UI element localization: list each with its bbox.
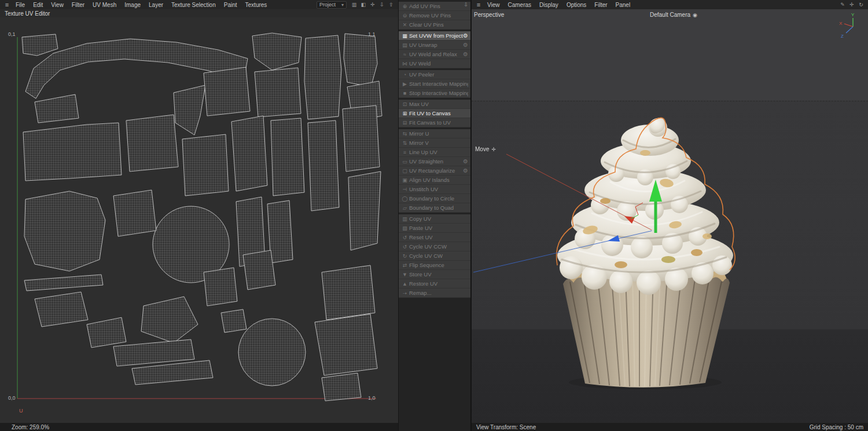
uv-tool-label: Mirror V: [409, 140, 468, 146]
uv-tool-start-interactive-mapping[interactable]: ▶Start Interactive Mapping: [399, 79, 470, 89]
pan-icon[interactable]: ✛: [369, 1, 377, 9]
uv-tool-align-uv-islands[interactable]: ▣Align UV Islands: [399, 176, 470, 185]
import-icon[interactable]: ⇩: [378, 1, 386, 9]
uv-tool-fit-uv-to-canvas[interactable]: ⊞Fit UV to Canvas: [399, 109, 470, 118]
brush-icon[interactable]: ✎: [838, 1, 847, 9]
menu-item-texture-selection[interactable]: Texture Selection: [167, 2, 220, 8]
uv-tool-label: UV Rectangularize: [409, 167, 463, 174]
gizmo-center[interactable]: [652, 229, 654, 232]
menu-item-textures[interactable]: Textures: [241, 2, 271, 8]
viewport-section: ≡ ViewCamerasDisplayOptionsFilterPanel ✎…: [472, 0, 868, 431]
uv-canvas[interactable]: 0,1 1,1 0,0 1,0 U: [0, 17, 398, 423]
gizmo-y-shaft[interactable]: [654, 200, 657, 233]
hamburger-icon[interactable]: ≡: [2, 1, 12, 8]
uv-tool-mirror-v[interactable]: ⇅Mirror V: [399, 138, 470, 148]
frosting: [557, 118, 733, 295]
uv-tool-uv-weld-and-relax[interactable]: ≈UV Weld and Relax⚙: [399, 50, 470, 59]
uv-tool-stop-interactive-mapping[interactable]: ■Stop Interactive Mapping: [399, 89, 470, 98]
menu-item-view[interactable]: View: [47, 2, 68, 8]
uv-tool-unstitch-uv[interactable]: ⊣Unstitch UV: [399, 185, 470, 194]
camera-label[interactable]: Default Camera ◉: [650, 12, 697, 18]
viewport-menu-item-view[interactable]: View: [483, 2, 504, 8]
panel-menu-icon[interactable]: ⇩: [464, 2, 468, 8]
uv-tool-remap[interactable]: ⇢Remap...: [399, 288, 470, 298]
uv-tool-uv-peeler[interactable]: ◔UV Peeler: [399, 70, 470, 79]
projection-label[interactable]: Perspective: [474, 12, 504, 18]
menu-item-filter[interactable]: Filter: [68, 2, 89, 8]
orbit-icon[interactable]: ↻: [857, 1, 865, 9]
uv-tool-max-uv[interactable]: ⊡Max UV: [399, 100, 470, 109]
uv-tool-cycle-uv-cw[interactable]: ↻Cycle UV CW: [399, 251, 470, 261]
uv-corner-bottom-left: 0,0: [8, 395, 16, 401]
viewport-pan-icon[interactable]: ✛: [848, 1, 856, 9]
menu-item-layer[interactable]: Layer: [145, 2, 167, 8]
uv-tool-uv-rectangularize[interactable]: ▢UV Rectangularize⚙: [399, 166, 470, 176]
viewport-menu-item-panel[interactable]: Panel: [612, 2, 635, 8]
uv-tool-flip-sequence[interactable]: ⇄Flip Sequence: [399, 261, 470, 270]
viewport-menu-item-display[interactable]: Display: [535, 2, 562, 8]
uv-tool-uv-weld[interactable]: ⋈UV Weld: [399, 59, 470, 68]
align-islands-icon: ▣: [400, 177, 409, 183]
uv-tool-restore-uv[interactable]: ▲Restore UV: [399, 279, 470, 288]
uv-tool-copy-uv[interactable]: ▥Copy UV: [399, 214, 470, 224]
uv-tool-store-uv[interactable]: ▼Store UV: [399, 270, 470, 279]
gear-icon[interactable]: ⚙: [463, 51, 468, 57]
uv-tool-cycle-uv-ccw[interactable]: ↺Cycle UV CCW: [399, 242, 470, 251]
menu-item-file[interactable]: File: [12, 2, 29, 8]
uv-islands[interactable]: [22, 33, 382, 401]
uv-tool-clear-uv-pins[interactable]: ✕Clear UV Pins: [399, 20, 470, 30]
uv-tool-label: Start Interactive Mapping: [409, 81, 468, 87]
menu-item-paint[interactable]: Paint: [220, 2, 241, 8]
store-icon: ▼: [400, 272, 409, 277]
uv-tool-line-up-uv[interactable]: ≡Line Up UV: [399, 148, 470, 157]
left-statusbar: Zoom: 259.0%: [0, 423, 398, 431]
viewport-menu-item-cameras[interactable]: Cameras: [504, 2, 536, 8]
uv-tool-remove-uv-pins[interactable]: ⊖Remove UV Pins: [399, 11, 470, 20]
pin-clear-icon: ✕: [400, 22, 409, 28]
viewport-hamburger-icon[interactable]: ≡: [474, 1, 483, 8]
grid-spacing-status: Grid Spacing : 50 cm: [810, 424, 863, 430]
uv-tool-label: Fit UV to Canvas: [409, 110, 468, 116]
panel-title-label: Texture UV Editor: [5, 10, 50, 17]
viewport-menubar-items: ViewCamerasDisplayOptionsFilterPanel: [483, 2, 634, 8]
paint-bucket-icon[interactable]: ◧: [359, 1, 367, 9]
histogram-icon[interactable]: ▥: [350, 1, 358, 9]
move-tool-label: Move ✛: [475, 146, 496, 152]
uv-tool-label: Align UV Islands: [409, 177, 468, 183]
uv-corner-top-right: 1,1: [368, 31, 376, 37]
axis-x-label: X: [839, 21, 843, 26]
uv-toolbar-group-1: ⊕Add UV Pins⊖Remove UV Pins✕Clear UV Pin…: [399, 2, 470, 30]
uv-tool-label: Stop Interactive Mapping: [409, 90, 468, 96]
uv-tool-set-uvw-from-projection[interactable]: ▦Set UVW from Projection⚙: [399, 31, 470, 41]
viewport-3d[interactable]: Perspective Default Camera ◉ Move ✛ Y X …: [472, 9, 868, 423]
uv-tool-boundary-to-quad[interactable]: ▱Boundary to Quad: [399, 203, 470, 213]
uv-toolbar-group-3: ◔UV Peeler▶Start Interactive Mapping■Sto…: [399, 70, 470, 98]
camera-icon[interactable]: ◉: [693, 12, 697, 18]
viewport-menu-item-options[interactable]: Options: [562, 2, 590, 8]
uv-tool-paste-uv[interactable]: ▧Paste UV: [399, 224, 470, 233]
uv-toolbar-group-5: ⇆Mirror U⇅Mirror V≡Line Up UV▭UV Straigh…: [399, 129, 470, 213]
chevron-down-icon: ▾: [341, 2, 344, 8]
menu-item-edit[interactable]: Edit: [29, 2, 47, 8]
gear-icon[interactable]: ⚙: [463, 158, 468, 165]
uv-tool-fit-canvas-to-uv[interactable]: ⊟Fit Canvas to UV: [399, 118, 470, 127]
gear-icon[interactable]: ⚙: [463, 32, 468, 39]
fit-uv-canvas-icon: ⊞: [400, 111, 409, 116]
export-icon[interactable]: ⇧: [387, 1, 395, 9]
uv-tool-label: Cycle UV CCW: [409, 243, 468, 250]
menu-item-image[interactable]: Image: [120, 2, 145, 8]
gear-icon[interactable]: ⚙: [463, 167, 468, 174]
axis-gizmo[interactable]: Y X Z: [838, 12, 863, 38]
uv-tool-add-uv-pins[interactable]: ⊕Add UV Pins: [399, 2, 470, 11]
uv-tool-uv-unwrap[interactable]: ▤UV Unwrap⚙: [399, 41, 470, 50]
gear-icon[interactable]: ⚙: [463, 42, 468, 48]
uv-tool-label: Clear UV Pins: [409, 21, 468, 28]
cupcake-model[interactable]: [557, 118, 735, 389]
uv-tool-boundary-to-circle[interactable]: ◯Boundary to Circle: [399, 194, 470, 203]
project-select[interactable]: Project ▾: [317, 1, 347, 9]
viewport-menu-item-filter[interactable]: Filter: [590, 2, 611, 8]
menu-item-uv-mesh[interactable]: UV Mesh: [89, 2, 120, 8]
uv-tool-uv-straighten[interactable]: ▭UV Straighten⚙: [399, 157, 470, 166]
uv-tool-reset-uv[interactable]: ↺Reset UV: [399, 233, 470, 242]
uv-tool-mirror-u[interactable]: ⇆Mirror U: [399, 129, 470, 138]
